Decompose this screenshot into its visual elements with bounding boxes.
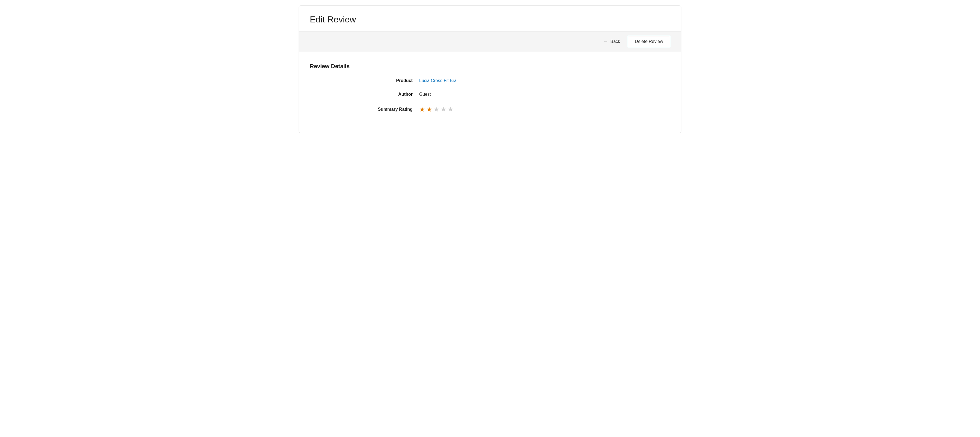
star-5-icon: ★ (448, 106, 453, 113)
summary-rating-label: Summary Rating (364, 107, 419, 112)
back-button[interactable]: ← Back (600, 37, 624, 47)
author-label: Author (364, 92, 419, 97)
back-arrow-icon: ← (603, 39, 608, 44)
product-value[interactable]: Lucia Cross-Fit Bra (419, 78, 457, 83)
toolbar: ← Back Delete Review (299, 31, 681, 52)
author-value: Guest (419, 92, 431, 97)
content-section: Review Details Product Lucia Cross-Fit B… (299, 52, 681, 133)
product-field-row: Product Lucia Cross-Fit Bra (310, 78, 670, 83)
summary-rating-field-row: Summary Rating ★ ★ ★ ★ ★ (310, 106, 670, 113)
delete-review-button[interactable]: Delete Review (628, 36, 670, 47)
page-title: Edit Review (310, 14, 670, 25)
star-1-icon: ★ (419, 106, 425, 113)
product-label: Product (364, 78, 419, 83)
section-title: Review Details (310, 63, 670, 70)
page-header: Edit Review (299, 6, 681, 31)
author-field-row: Author Guest (310, 92, 670, 97)
back-label: Back (610, 39, 620, 44)
star-2-icon: ★ (426, 106, 432, 113)
page-container: Edit Review ← Back Delete Review Review … (299, 5, 681, 133)
star-rating: ★ ★ ★ ★ ★ (419, 106, 453, 113)
star-4-icon: ★ (441, 106, 447, 113)
star-3-icon: ★ (433, 106, 439, 113)
